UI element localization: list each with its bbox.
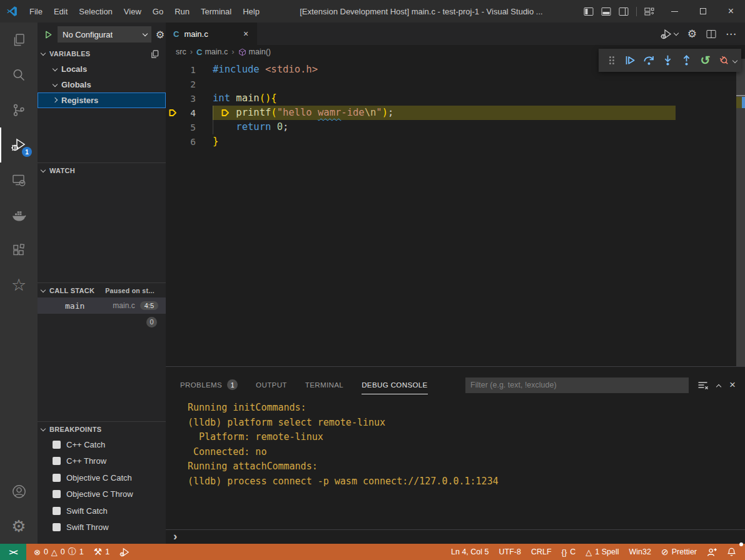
breakpoint-checkbox[interactable]: [53, 523, 61, 531]
maximize-panel-icon[interactable]: [716, 384, 721, 389]
source-control-icon[interactable]: [0, 92, 38, 128]
star-icon[interactable]: ☆: [0, 268, 38, 302]
settings-gear-icon[interactable]: ⚙: [0, 509, 38, 544]
breakpoint-gutter[interactable]: [166, 108, 180, 118]
breakpoint-checkbox[interactable]: [53, 441, 61, 449]
debug-config-dropdown[interactable]: No Configurat: [58, 26, 151, 42]
toggle-secondary-sidebar-icon[interactable]: [619, 7, 629, 16]
menu-run[interactable]: Run: [169, 0, 195, 22]
tab-main-c[interactable]: C main.c ×: [166, 22, 257, 45]
continue-button[interactable]: [622, 51, 639, 70]
more-actions-icon[interactable]: ⋯: [726, 28, 736, 41]
account-icon[interactable]: [0, 474, 38, 509]
chevron-right-icon: [53, 97, 58, 102]
maximize-button[interactable]: [689, 0, 717, 22]
breakpoint-checkbox[interactable]: [53, 457, 61, 465]
step-over-button[interactable]: [641, 51, 657, 70]
run-or-debug-button[interactable]: [661, 29, 678, 39]
panel-tab-output[interactable]: OUTPUT: [256, 376, 287, 394]
variables-scope-locals[interactable]: Locals: [38, 61, 166, 77]
editor-settings-gear-icon[interactable]: ⚙: [687, 28, 697, 41]
code-line[interactable]: 5 return 0;: [166, 120, 745, 134]
close-button[interactable]: ×: [717, 0, 745, 22]
feedback-icon[interactable]: [702, 544, 722, 560]
disconnect-button[interactable]: [716, 51, 732, 70]
extensions-icon[interactable]: [0, 232, 38, 268]
split-editor-icon[interactable]: [706, 29, 716, 39]
close-panel-icon[interactable]: ×: [729, 379, 736, 391]
breakpoint-row[interactable]: Swift Catch: [38, 502, 166, 519]
toolchain-status[interactable]: ⚒ 1: [89, 544, 114, 560]
start-debug-icon[interactable]: [44, 30, 53, 39]
panel-tab-debug-console[interactable]: DEBUG CONSOLE: [362, 376, 428, 394]
menu-go[interactable]: Go: [147, 0, 169, 22]
panel-tab-terminal[interactable]: TERMINAL: [305, 376, 343, 394]
breadcrumb-symbol[interactable]: main(): [238, 48, 271, 56]
watch-section-header[interactable]: WATCH: [38, 162, 166, 178]
clear-console-icon[interactable]: [697, 381, 708, 390]
toolbar-drag-handle[interactable]: [603, 51, 620, 70]
debug-settings-gear-icon[interactable]: ⚙: [156, 29, 165, 41]
code-editor[interactable]: 1#include <stdio.h>23int main(){4 printf…: [166, 59, 745, 366]
copy-value-icon[interactable]: [150, 49, 160, 59]
step-into-button[interactable]: [659, 51, 676, 70]
breakpoint-row[interactable]: Swift Throw: [38, 519, 166, 536]
layout-controls: [584, 7, 654, 16]
problems-summary[interactable]: ⊗0 △0 ⓘ1: [29, 544, 89, 560]
tab-close-icon[interactable]: ×: [241, 29, 251, 39]
menu-view[interactable]: View: [118, 0, 147, 22]
breakpoint-row[interactable]: C++ Throw: [38, 453, 166, 470]
debug-status-icon[interactable]: [114, 544, 135, 560]
remote-indicator[interactable]: ><: [0, 544, 26, 560]
remote-explorer-icon[interactable]: [0, 162, 38, 198]
menu-edit[interactable]: Edit: [48, 0, 73, 22]
variables-section-header[interactable]: VARIABLES: [38, 46, 166, 61]
notifications-bell-icon[interactable]: [722, 544, 741, 560]
code-line[interactable]: 3int main(){: [166, 91, 745, 106]
language-mode[interactable]: {} C: [557, 544, 581, 560]
console-input-row[interactable]: ›: [166, 529, 745, 544]
console-filter-input[interactable]: [465, 378, 689, 393]
spell-checker-status[interactable]: △ 1 Spell: [580, 544, 624, 560]
code-line[interactable]: 2: [166, 77, 745, 91]
menu-selection[interactable]: Selection: [73, 0, 118, 22]
encoding[interactable]: UTF-8: [494, 544, 526, 560]
warning-icon: △: [585, 548, 592, 557]
cursor-position[interactable]: Ln 4, Col 5: [446, 544, 494, 560]
menu-terminal[interactable]: Terminal: [195, 0, 237, 22]
chevron-down-icon[interactable]: [732, 58, 737, 62]
breakpoint-row[interactable]: C++ Catch: [38, 436, 166, 453]
toggle-sidebar-icon[interactable]: [584, 7, 594, 16]
restart-button[interactable]: ↺: [697, 51, 714, 70]
formatter-status[interactable]: ⊘ Prettier: [656, 544, 702, 560]
panel-tab-problems[interactable]: PROBLEMS1: [180, 376, 238, 394]
eol-sequence[interactable]: CRLF: [526, 544, 557, 560]
breakpoint-checkbox[interactable]: [53, 507, 61, 515]
platform-target[interactable]: Win32: [624, 544, 656, 560]
stack-frame-row[interactable]: main main.c 4:5: [38, 298, 166, 314]
toggle-panel-icon[interactable]: [601, 7, 611, 16]
breakpoint-checkbox[interactable]: [53, 490, 61, 498]
breakpoints-section-header[interactable]: BREAKPOINTS: [38, 421, 166, 436]
variables-scope-globals[interactable]: Globals: [38, 77, 166, 92]
breakpoint-checkbox[interactable]: [53, 474, 61, 482]
docker-icon[interactable]: [0, 198, 38, 232]
menu-help[interactable]: Help: [237, 0, 265, 22]
breadcrumb-file[interactable]: C main.c: [196, 48, 228, 57]
breakpoint-row[interactable]: Objective C Catch: [38, 469, 166, 486]
variables-scope-registers[interactable]: Registers: [38, 92, 166, 108]
menu-file[interactable]: File: [24, 0, 48, 22]
step-out-button[interactable]: [678, 51, 695, 70]
call-stack-section-header[interactable]: CALL STACK Paused on st...: [38, 282, 166, 298]
code-text: }: [213, 134, 218, 149]
explorer-icon[interactable]: [0, 22, 38, 58]
customize-layout-icon[interactable]: [644, 7, 654, 16]
code-line[interactable]: 4 printf("hello wamr-ide\n");: [166, 106, 745, 120]
breadcrumb-folder[interactable]: src: [176, 48, 186, 56]
run-and-debug-icon[interactable]: 1: [0, 128, 38, 162]
code-line[interactable]: 6}: [166, 134, 745, 149]
breakpoint-row[interactable]: Objective C Throw: [38, 486, 166, 503]
minimize-button[interactable]: [661, 0, 689, 22]
search-icon[interactable]: [0, 58, 38, 92]
editor-scrollbar[interactable]: [736, 59, 745, 366]
